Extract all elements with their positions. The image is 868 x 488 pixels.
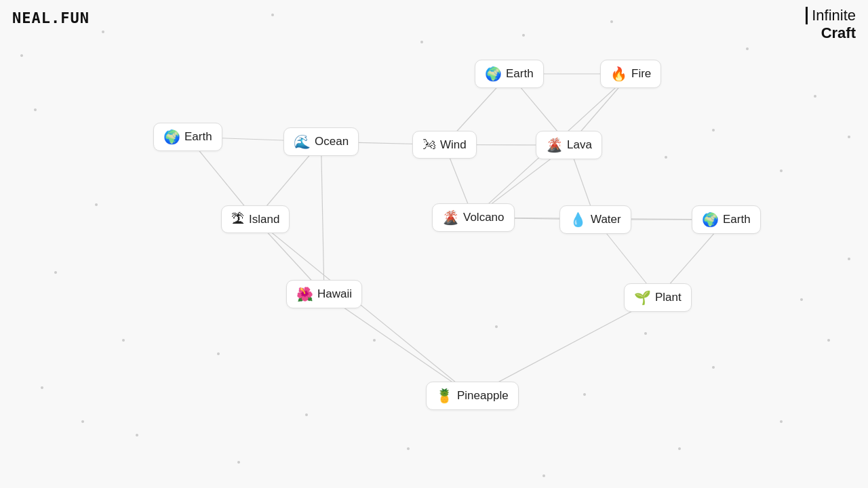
app-title-line2: Craft — [806, 24, 856, 42]
bg-dot — [610, 20, 613, 23]
bg-dot — [848, 258, 850, 260]
bg-dot — [495, 325, 498, 328]
island-label: Island — [249, 213, 279, 226]
bg-dot — [407, 447, 410, 450]
earth3-emoji: 🌍 — [702, 211, 719, 228]
plant-emoji: 🌱 — [634, 289, 651, 306]
bg-dot — [20, 54, 23, 57]
volcano-emoji: 🌋 — [442, 209, 459, 226]
earth2-label: Earth — [184, 130, 212, 144]
bg-dot — [746, 47, 749, 50]
bg-dot — [780, 169, 783, 172]
bg-dot — [542, 474, 545, 477]
logo: NEAL.FUN — [12, 9, 90, 26]
node-volcano[interactable]: 🌋Volcano — [432, 203, 515, 232]
earth3-label: Earth — [723, 213, 751, 226]
app-title-line1: Infinite — [806, 7, 856, 24]
bg-dot — [271, 14, 274, 16]
bg-dot — [800, 298, 803, 301]
bg-dot — [678, 447, 681, 450]
bg-dot — [305, 413, 308, 416]
svg-line-15 — [256, 220, 473, 396]
bg-dot — [522, 34, 525, 37]
fire-label: Fire — [631, 67, 651, 81]
node-plant[interactable]: 🌱Plant — [624, 283, 692, 312]
water-label: Water — [591, 213, 621, 226]
bg-dot — [814, 95, 816, 98]
bg-dot — [41, 386, 43, 389]
bg-dot — [848, 136, 850, 138]
wind-label: Wind — [440, 138, 467, 152]
wind-emoji: 🌬 — [422, 137, 436, 152]
pineapple-label: Pineapple — [457, 389, 509, 403]
connection-lines — [0, 0, 868, 488]
bg-dot — [81, 420, 84, 423]
earth1-emoji: 🌍 — [485, 66, 502, 82]
lava-label: Lava — [567, 138, 592, 152]
hawaii-label: Hawaii — [317, 287, 352, 301]
water-emoji: 💧 — [570, 211, 587, 228]
bg-dot — [583, 393, 586, 396]
node-lava[interactable]: 🌋Lava — [536, 131, 602, 159]
plant-label: Plant — [655, 291, 682, 304]
node-hawaii[interactable]: 🌺Hawaii — [286, 280, 362, 308]
bg-dot — [712, 366, 715, 369]
bg-dot — [54, 271, 57, 274]
ocean-label: Ocean — [315, 135, 349, 148]
bg-dot — [665, 156, 667, 159]
bg-dot — [122, 339, 125, 342]
bg-dot — [827, 339, 830, 342]
bg-dot — [712, 129, 715, 131]
node-wind[interactable]: 🌬Wind — [412, 131, 477, 159]
bg-dot — [95, 203, 98, 206]
svg-line-9 — [321, 142, 325, 294]
pineapple-emoji: 🍍 — [436, 388, 453, 404]
bg-dot — [136, 434, 138, 436]
node-water[interactable]: 💧Water — [559, 205, 631, 234]
volcano-label: Volcano — [463, 211, 505, 224]
node-earth2[interactable]: 🌍Earth — [153, 123, 222, 151]
svg-line-21 — [324, 294, 473, 396]
bg-dot — [644, 332, 647, 335]
bg-dot — [237, 461, 240, 464]
hawaii-emoji: 🌺 — [296, 286, 313, 302]
earth1-label: Earth — [506, 67, 534, 81]
fire-emoji: 🔥 — [610, 66, 627, 82]
node-earth1[interactable]: 🌍Earth — [475, 60, 544, 88]
node-pineapple[interactable]: 🍍Pineapple — [426, 382, 519, 410]
app-title: Infinite Craft — [806, 7, 856, 43]
bg-dot — [420, 41, 423, 43]
island-emoji: 🏝 — [231, 211, 245, 227]
earth2-emoji: 🌍 — [163, 129, 180, 145]
bg-dot — [780, 420, 783, 423]
lava-emoji: 🌋 — [546, 137, 563, 153]
bg-dot — [373, 339, 376, 342]
node-fire[interactable]: 🔥Fire — [600, 60, 661, 88]
bg-dot — [102, 30, 104, 33]
node-ocean[interactable]: 🌊Ocean — [283, 127, 359, 156]
bg-dot — [217, 352, 220, 355]
bg-dot — [34, 108, 37, 111]
node-island[interactable]: 🏝Island — [221, 205, 290, 233]
ocean-emoji: 🌊 — [294, 134, 311, 150]
node-earth3[interactable]: 🌍Earth — [692, 205, 761, 234]
